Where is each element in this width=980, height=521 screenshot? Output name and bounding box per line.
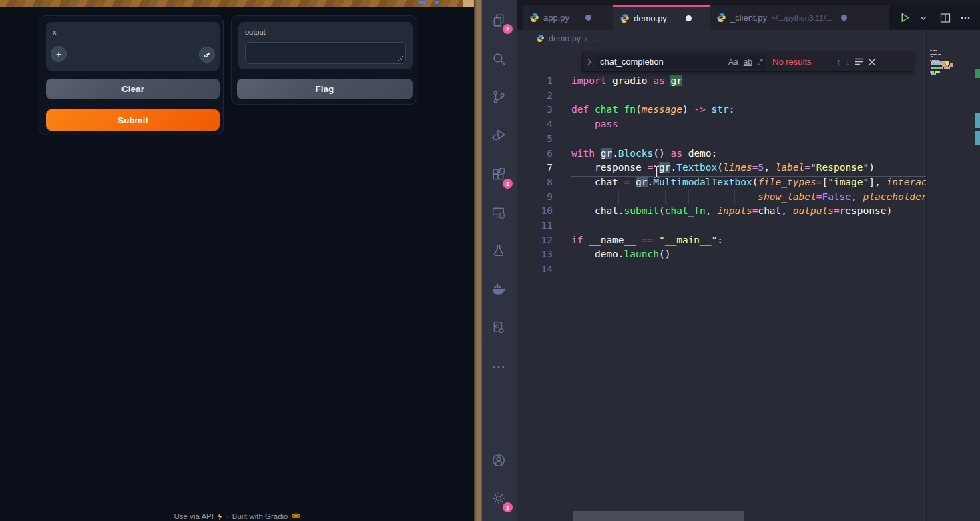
- find-previous-button[interactable]: ↑: [836, 56, 842, 67]
- line-number[interactable]: 5: [517, 132, 553, 147]
- minimap-line-segment: [930, 50, 932, 51]
- regex-toggle[interactable]: .*: [755, 57, 766, 67]
- activity-item-remote-explorer[interactable]: [491, 206, 509, 223]
- stripe-end: [463, 0, 474, 7]
- line-text: def chat_fn(message) -> str:: [571, 103, 735, 117]
- run-button[interactable]: [899, 12, 911, 23]
- minimap-line-segment: [931, 71, 934, 73]
- python-icon: [716, 13, 726, 23]
- submit-label: Submit: [117, 115, 148, 125]
- line-number[interactable]: 13: [517, 247, 553, 262]
- built-with-gradio-link[interactable]: Built with Gradio: [232, 512, 288, 520]
- tab-description: ~/.../python3.11/...: [771, 14, 832, 22]
- activity-item-source-control[interactable]: [491, 90, 509, 107]
- python-icon: [536, 34, 545, 43]
- stripe-accent: [435, 1, 439, 4]
- activity-item-testing[interactable]: [491, 244, 509, 262]
- code-line[interactable]: 1import gradio as gr: [517, 74, 926, 89]
- line-number[interactable]: 10: [517, 204, 553, 219]
- toggle-replace-chevron-icon[interactable]: [587, 58, 592, 66]
- tab-demo-py[interactable]: demo.py: [613, 5, 710, 30]
- line-number[interactable]: 6: [517, 147, 553, 161]
- resize-handle-icon[interactable]: [397, 55, 403, 61]
- code-line[interactable]: 7 response = gr.Textbox(lines=5, label="…: [517, 161, 926, 175]
- activity-item-docker[interactable]: [491, 283, 509, 300]
- tab-app-py[interactable]: app.py: [523, 5, 613, 30]
- code-line[interactable]: 10 chat.submit(chat_fn, inputs=chat, out…: [517, 204, 926, 219]
- line-number[interactable]: 4: [517, 117, 553, 132]
- split-editor-button[interactable]: [940, 13, 951, 23]
- remote-explorer-icon: [491, 206, 506, 219]
- minimap-line-segment: [947, 67, 950, 69]
- close-find-button[interactable]: [868, 58, 876, 66]
- line-number[interactable]: 3: [517, 103, 553, 117]
- whole-word-toggle[interactable]: ab: [741, 57, 755, 67]
- line-number[interactable]: 1: [517, 74, 553, 89]
- activity-badge: 1: [503, 179, 513, 189]
- code-line[interactable]: 14: [517, 262, 926, 277]
- minimap-line-segment: [953, 65, 953, 67]
- send-button[interactable]: [199, 47, 215, 63]
- flag-button[interactable]: Flag: [237, 79, 413, 99]
- horizontal-scrollbar[interactable]: [573, 511, 744, 521]
- breadcrumb-file[interactable]: demo.py: [549, 34, 581, 43]
- more-actions-button[interactable]: [960, 13, 971, 23]
- minimap-line-segment: [949, 61, 949, 63]
- submit-button[interactable]: Submit: [46, 109, 220, 131]
- output-textarea[interactable]: [245, 42, 406, 64]
- activity-item-settings[interactable]: 1: [491, 492, 509, 509]
- code-line[interactable]: 3def chat_fn(message) -> str:: [517, 103, 926, 117]
- code-line[interactable]: 6with gr.Blocks() as demo:: [517, 147, 926, 161]
- activity-item-project-config[interactable]: [491, 321, 509, 338]
- modified-dot[interactable]: [686, 15, 692, 21]
- activity-item-accounts[interactable]: [491, 454, 509, 471]
- match-case-toggle[interactable]: Aa: [726, 57, 741, 67]
- line-number[interactable]: 2: [517, 89, 553, 103]
- minimap[interactable]: [930, 48, 973, 521]
- code-line[interactable]: 5: [517, 132, 926, 147]
- input-group: x + Clear Submit: [39, 15, 224, 135]
- multimodal-textbox[interactable]: x +: [46, 22, 220, 71]
- modified-dot[interactable]: [585, 15, 591, 21]
- accounts-icon: [491, 454, 506, 467]
- code-line[interactable]: 8 chat = gr.MultimodalTextbox(file_types…: [517, 175, 926, 190]
- output-group: output Flag: [231, 15, 417, 105]
- code-area[interactable]: 1import gradio as gr23def chat_fn(messag…: [517, 47, 926, 521]
- flag-label: Flag: [316, 84, 334, 94]
- run-dropdown-chevron-icon[interactable]: [920, 15, 927, 21]
- minimap-line-segment: [950, 63, 953, 65]
- activity-item-extensions[interactable]: 1: [491, 168, 509, 185]
- line-number[interactable]: 9: [517, 190, 553, 205]
- breadcrumb-symbol[interactable]: ...: [591, 34, 598, 43]
- window-top-stripe: [0, 0, 474, 7]
- line-number[interactable]: 7: [517, 161, 553, 175]
- code-line[interactable]: 2: [517, 89, 926, 103]
- attach-file-button[interactable]: +: [51, 46, 67, 62]
- code-line[interactable]: 9 show_label=False, placeholder=: [517, 190, 926, 205]
- activity-item-search[interactable]: [491, 52, 509, 69]
- activity-item-more[interactable]: [491, 360, 509, 378]
- code-line[interactable]: 13 demo.launch(): [517, 247, 926, 262]
- window-divider[interactable]: [474, 0, 483, 521]
- find-in-selection-button[interactable]: [854, 58, 864, 65]
- code-line[interactable]: 11: [517, 219, 926, 233]
- activity-bar: 211: [483, 0, 517, 521]
- docker-icon: [491, 283, 506, 296]
- line-number[interactable]: 11: [517, 219, 553, 233]
- clear-button[interactable]: Clear: [46, 79, 220, 99]
- api-bolt-icon: [217, 512, 223, 520]
- use-via-api-link[interactable]: Use via API: [174, 512, 213, 520]
- tab-client-py[interactable]: _client.py ~/.../python3.11/...: [710, 5, 889, 30]
- line-number[interactable]: 8: [517, 175, 553, 190]
- find-next-button[interactable]: ↓: [846, 56, 851, 67]
- source-control-icon: [491, 90, 506, 103]
- code-line[interactable]: 4 pass: [517, 117, 926, 132]
- activity-item-run-debug[interactable]: [491, 128, 509, 145]
- code-line[interactable]: 12if __name__ == "__main__":: [517, 233, 926, 248]
- activity-badge: 1: [503, 502, 513, 512]
- modified-dot[interactable]: [841, 15, 847, 21]
- activity-item-explorer[interactable]: 2: [491, 13, 509, 31]
- line-number[interactable]: 14: [517, 262, 553, 277]
- line-number[interactable]: 12: [517, 233, 553, 248]
- find-input[interactable]: [596, 57, 726, 67]
